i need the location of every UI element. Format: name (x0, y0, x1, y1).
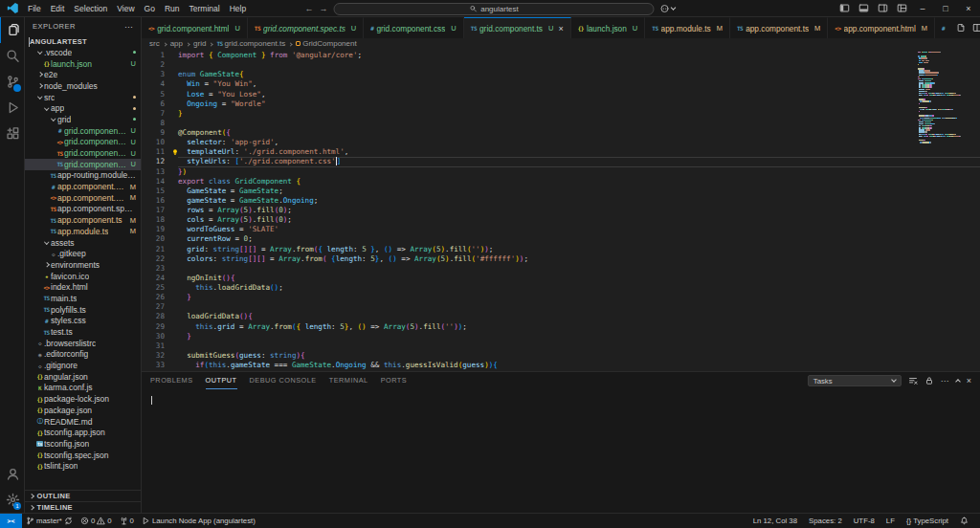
tab-app.component[interactable]: #app.component (935, 17, 948, 38)
tree-item-app.component.css[interactable]: #app.component.cssM (25, 181, 141, 192)
tree-item-favicon.ico[interactable]: ★favicon.ico (25, 271, 141, 282)
tab-grid.component.html[interactable]: <>grid.component.htmlU (142, 17, 248, 38)
tree-item-test.ts[interactable]: TStest.ts (25, 326, 141, 338)
git-branch-status[interactable]: master* (22, 514, 77, 528)
customize-layout-button[interactable] (892, 0, 911, 16)
tree-item-.gitkeep[interactable]: ◇.gitkeep (25, 248, 141, 259)
output-view[interactable] (142, 389, 980, 513)
activitybar-run-and-debug[interactable] (0, 95, 24, 121)
tree-item-polyfills.ts[interactable]: TSpolyfills.ts (25, 304, 141, 316)
minimize-button[interactable]: – (911, 0, 934, 16)
back-icon[interactable]: ← (305, 4, 314, 13)
toggle-sidebar-button[interactable] (835, 0, 854, 16)
tree-item-tslint.json[interactable]: {}tslint.json (25, 460, 141, 472)
tab-app.module.ts[interactable]: TSapp.module.tsM (645, 17, 730, 38)
close-button[interactable]: × (957, 0, 980, 16)
section-outline[interactable]: OUTLINE (25, 490, 141, 501)
minimap[interactable] (918, 52, 968, 143)
tree-item-angular.json[interactable]: {}angular.json (25, 371, 141, 383)
launch-task-status[interactable]: Launch Node App (angulartest) (138, 514, 259, 528)
tree-item-app[interactable]: app (25, 102, 141, 114)
breadcrumb-item-src[interactable]: src (149, 39, 160, 48)
tab-grid.component.ts[interactable]: TSgrid.component.tsU× (464, 17, 571, 38)
menu-edit[interactable]: Edit (46, 4, 70, 13)
activitybar-source-control[interactable] (0, 69, 24, 95)
tree-item-grid.component.spec.ts[interactable]: TSgrid.component.spec.tsU (25, 147, 141, 159)
panel-tab-problems[interactable]: PROBLEMS (150, 372, 193, 389)
status-cursor-position[interactable]: Ln 12, Col 38 (747, 514, 803, 528)
close-panel-button[interactable]: × (967, 376, 971, 385)
split-editor-button[interactable] (972, 23, 980, 33)
breadcrumb[interactable]: srcappgridTSgrid.component.tsGridCompone… (142, 38, 980, 49)
breadcrumb-item-app[interactable]: app (170, 39, 183, 48)
toggle-secondary-sidebar-button[interactable] (873, 0, 892, 16)
forward-icon[interactable]: → (320, 4, 328, 13)
status-indentation[interactable]: Spaces: 2 (803, 514, 848, 528)
tree-item-.editorconfig[interactable]: ◉.editorconfig (25, 349, 141, 361)
menu-help[interactable]: Help (225, 4, 251, 13)
tree-item-app.component.spec.ts[interactable]: TSapp.component.spec.ts (25, 204, 141, 215)
tree-item-grid.component.css[interactable]: #grid.component.cssU (25, 125, 141, 137)
tree-item-src[interactable]: src (25, 92, 141, 103)
activitybar-extensions[interactable] (0, 121, 24, 146)
maximize-panel-button[interactable] (955, 379, 961, 385)
panel-tab-terminal[interactable]: TERMINAL (329, 372, 368, 389)
tree-item-grid[interactable]: grid (25, 114, 141, 125)
code-editor[interactable]: 1234567891011121314151617181920212223242… (142, 49, 980, 371)
output-channel-select[interactable]: Tasks (808, 375, 902, 386)
tree-item-assets[interactable]: assets (25, 237, 141, 249)
copilot-menu[interactable] (660, 4, 676, 13)
toggle-panel-button[interactable] (854, 0, 873, 16)
tree-item-app-routing.module.ts[interactable]: TSapp-routing.module.ts (25, 170, 141, 182)
status-notifications[interactable] (954, 514, 974, 528)
close-tab-icon[interactable]: × (558, 24, 563, 33)
tree-item-grid.component.html[interactable]: <>grid.component.htmlU (25, 137, 141, 148)
menu-terminal[interactable]: Terminal (185, 4, 225, 13)
activitybar-settings[interactable]: 1 (0, 487, 24, 513)
breadcrumb-item-GridComponent[interactable]: GridComponent (296, 39, 356, 48)
explorer-root-folder[interactable]: ANGULARTEST (25, 35, 141, 47)
breadcrumb-item-grid.component.ts[interactable]: TSgrid.component.ts (216, 39, 285, 48)
menu-selection[interactable]: Selection (69, 4, 112, 13)
panel-tab-output[interactable]: OUTPUT (206, 372, 237, 389)
section-timeline[interactable]: TIMELINE (25, 501, 141, 513)
status-eol[interactable]: LF (880, 514, 901, 528)
tree-item-styles.css[interactable]: #styles.css (25, 316, 141, 327)
tab-app.component.ts[interactable]: TSapp.component.tsM (730, 17, 828, 38)
lightbulb-icon[interactable] (171, 148, 179, 156)
status-language-mode[interactable]: {}TypeScript (901, 514, 954, 528)
tree-item-package.json[interactable]: {}package.json (25, 405, 141, 416)
tree-item-e2e[interactable]: e2e (25, 69, 141, 80)
activitybar-search[interactable] (0, 43, 24, 69)
tree-item-karma.conf.js[interactable]: Kkarma.conf.js (25, 383, 141, 394)
tab-launch.json[interactable]: {}launch.jsonU (571, 17, 646, 38)
ports-status[interactable]: 0 (116, 514, 138, 528)
tab-app.component.html[interactable]: <>app.component.htmlM (828, 17, 935, 38)
restore-button[interactable]: □ (934, 0, 957, 16)
search-input[interactable]: angulartest (334, 3, 655, 15)
tree-item-.vscode[interactable]: .vscode (25, 47, 141, 58)
tree-item-tsconfig.json[interactable]: tstsconfig.json (25, 438, 141, 450)
panel-tab-debug-console[interactable]: DEBUG CONSOLE (250, 372, 317, 389)
lock-button[interactable] (924, 376, 934, 385)
tree-item-app.module.ts[interactable]: TSapp.module.tsM (25, 226, 141, 237)
status-encoding[interactable]: UTF-8 (848, 514, 880, 528)
tree-item-.browserslistrc[interactable]: ◇.browserslistrc (25, 338, 141, 349)
tree-item-index.html[interactable]: <>index.html (25, 281, 141, 293)
tab-grid.component.spec.ts[interactable]: TSgrid.component.spec.tsU (248, 17, 364, 38)
tree-item-.gitignore[interactable]: ◇.gitignore (25, 360, 141, 371)
activitybar-accounts[interactable] (0, 461, 24, 487)
remote-indicator[interactable]: >< (0, 514, 22, 528)
panel-tab-ports[interactable]: PORTS (381, 372, 408, 389)
tree-item-README.md[interactable]: ⓘREADME.md (25, 416, 141, 428)
tree-item-grid.component.ts[interactable]: TSgrid.component.tsU (25, 159, 141, 170)
tree-item-tsconfig.spec.json[interactable]: {}tsconfig.spec.json (25, 450, 141, 461)
menu-run[interactable]: Run (160, 4, 185, 13)
tree-item-environments[interactable]: environments (25, 259, 141, 271)
tree-item-package-lock.json[interactable]: {}package-lock.json (25, 393, 141, 405)
tree-item-main.ts[interactable]: TSmain.ts (25, 293, 141, 304)
tree-item-app.component.html[interactable]: <>app.component.htmlM (25, 192, 141, 204)
clear-output-button[interactable] (908, 376, 918, 385)
menu-view[interactable]: View (112, 4, 139, 13)
explorer-more-actions[interactable]: ··· (124, 22, 133, 32)
